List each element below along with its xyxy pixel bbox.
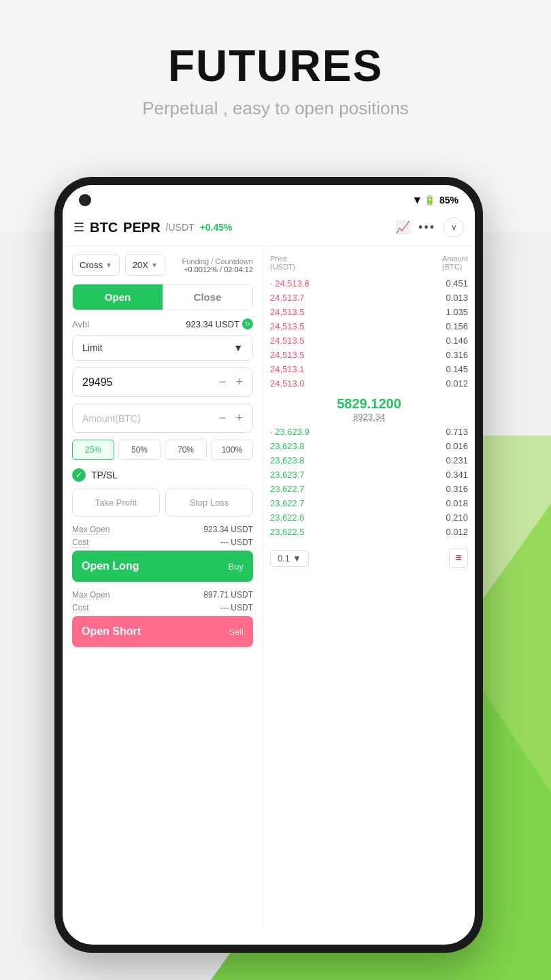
- limit-select[interactable]: Limit ▼: [72, 335, 253, 361]
- avbl-value: 923.34 USDT ↻: [186, 318, 253, 329]
- tpsl-label: TP/SL: [91, 470, 118, 480]
- bid-amount-1: 0.713: [446, 427, 468, 437]
- camera: [79, 194, 91, 206]
- more-icon[interactable]: •••: [418, 220, 435, 235]
- cost-short-value: --- USDT: [220, 603, 253, 613]
- ask-price-4: 24,513.5: [270, 321, 305, 331]
- bid-row-6: 23,622.7 0.018: [270, 496, 468, 510]
- bid-price-5: 23,622.7: [270, 484, 305, 494]
- page-header: FUTURES Perpetual , easy to open positio…: [0, 41, 551, 119]
- pct-25[interactable]: 25%: [72, 440, 114, 460]
- ask-price-3: 24,513.5: [270, 307, 305, 317]
- bid-amount-7: 0.210: [446, 512, 468, 523]
- phone-frame: ▾ 🔋 85% ☰ BTC PEPR /USDT +0.45% 📈 ••• ∨: [54, 177, 483, 953]
- ask-row-5: 24,513.5 0.146: [270, 333, 468, 348]
- bid-amount-8: 0.012: [446, 527, 468, 537]
- max-open-short-row: Max Open 897.71 USDT: [72, 590, 253, 600]
- status-bar: ▾ 🔋 85%: [63, 185, 475, 212]
- ob-header: Price(USDT) Amount(BTC): [270, 252, 468, 276]
- left-panel: Cross ▼ 20X ▼ Funding / Countdown +0.001…: [63, 246, 263, 924]
- open-short-button[interactable]: Open Short Sell: [72, 616, 253, 647]
- cross-label: Cross: [80, 260, 103, 270]
- bid-price-3: 23,623.8: [270, 455, 305, 466]
- price-change: +0.45%: [200, 222, 233, 233]
- price-decrease[interactable]: −: [219, 375, 227, 389]
- ask-amount-8: 0.012: [446, 378, 468, 389]
- cost-long-row: Cost --- USDT: [72, 538, 253, 548]
- max-open-short-label: Max Open: [72, 590, 110, 600]
- bid-amount-2: 0.016: [446, 441, 468, 451]
- ask-row-1: · 24,513.8 0.451: [270, 276, 468, 291]
- phone-inner: ▾ 🔋 85% ☰ BTC PEPR /USDT +0.45% 📈 ••• ∨: [63, 185, 475, 945]
- bid-row-2: 23,623.8 0.016: [270, 439, 468, 453]
- price-header: Price(USDT): [270, 255, 295, 271]
- amount-decrease[interactable]: −: [219, 411, 227, 425]
- chart-icon[interactable]: 📈: [395, 220, 410, 235]
- bid-price-4: 23,623.7: [270, 470, 305, 480]
- coin-name: BTC: [90, 220, 118, 235]
- pct-70[interactable]: 70%: [165, 440, 207, 460]
- pair-name: PEPR: [123, 220, 160, 235]
- bid-amount-6: 0.018: [446, 498, 468, 508]
- bid-row-8: 23,622.5 0.012: [270, 525, 468, 539]
- open-close-tabs: Open Close: [72, 284, 253, 310]
- bid-amount-4: 0.341: [446, 470, 468, 480]
- cost-short-row: Cost --- USDT: [72, 603, 253, 613]
- tab-close[interactable]: Close: [163, 284, 252, 310]
- amount-controls: − +: [219, 411, 243, 425]
- wifi-icon: ▾: [414, 193, 420, 206]
- tpsl-row: ✓ TP/SL: [72, 468, 253, 482]
- bid-row-4: 23,623.7 0.341: [270, 468, 468, 482]
- status-right: ▾ 🔋 85%: [414, 193, 458, 206]
- take-profit-button[interactable]: Take Profit: [72, 489, 160, 517]
- ask-amount-6: 0.316: [446, 350, 468, 360]
- funding-info: Funding / Countdown +0.0012% / 02:04:12: [182, 257, 253, 274]
- price-input-row: 29495 − +: [72, 368, 253, 397]
- ask-price-6: 24,513.5: [270, 350, 305, 360]
- cross-select[interactable]: Cross ▼: [72, 255, 120, 276]
- leverage-select[interactable]: 20X ▼: [125, 255, 165, 276]
- pct-50[interactable]: 50%: [118, 440, 161, 460]
- funding-value: +0.0012% / 02:04:12: [182, 265, 253, 274]
- amount-input-row[interactable]: Amount(BTC) − +: [72, 404, 253, 433]
- mid-price: 5829.1200 8923.34: [270, 391, 468, 425]
- tpsl-checkbox[interactable]: ✓: [72, 468, 86, 482]
- bid-row-5: 23,622.7 0.316: [270, 482, 468, 496]
- right-panel: Price(USDT) Amount(BTC) · 24,513.8 0.451…: [263, 246, 475, 924]
- pct-100[interactable]: 100%: [211, 440, 253, 460]
- bid-amount-3: 0.231: [446, 455, 468, 466]
- bid-row-7: 23,622.6 0.210: [270, 510, 468, 525]
- ask-price-1: · 24,513.8: [270, 278, 310, 289]
- stop-loss-button[interactable]: Stop Loss: [165, 489, 253, 517]
- settings-icon[interactable]: ≡: [449, 549, 468, 568]
- dropdown-button[interactable]: ∨: [444, 217, 464, 238]
- page-title: FUTURES: [0, 41, 551, 91]
- header-actions: 📈 ••• ∨: [395, 217, 464, 238]
- bid-row-3: 23,623.8 0.231: [270, 453, 468, 468]
- bid-price-1: · 23,623.9: [270, 427, 310, 437]
- menu-icon[interactable]: ☰: [73, 220, 84, 235]
- bid-price-7: 23,622.6: [270, 512, 305, 523]
- ask-amount-7: 0.145: [446, 364, 468, 374]
- leverage-arrow: ▼: [151, 261, 158, 269]
- battery-percentage: 85%: [439, 195, 458, 206]
- amount-increase[interactable]: +: [235, 411, 243, 425]
- ask-amount-2: 0.013: [446, 293, 468, 303]
- qty-select[interactable]: 0.1 ▼: [270, 550, 309, 567]
- limit-arrow: ▼: [233, 342, 243, 353]
- price-increase[interactable]: +: [235, 375, 243, 389]
- bids-list: · 23,623.9 0.713 23,623.8 0.016 23,623.8…: [270, 425, 468, 539]
- tab-open[interactable]: Open: [73, 284, 163, 310]
- price-controls: − +: [219, 375, 243, 389]
- cross-arrow: ▼: [105, 261, 112, 269]
- qty-arrow: ▼: [293, 553, 301, 564]
- funding-label: Funding / Countdown: [182, 257, 253, 265]
- buy-label: Buy: [229, 561, 244, 572]
- max-open-value: 923.34 USDT: [203, 525, 253, 535]
- bid-price-6: 23,622.7: [270, 498, 305, 508]
- open-long-button[interactable]: Open Long Buy: [72, 551, 253, 582]
- ask-amount-3: 1.035: [446, 307, 468, 317]
- avbl-amount: 923.34 USDT: [186, 319, 239, 329]
- refresh-icon[interactable]: ↻: [242, 318, 253, 329]
- main-content: Cross ▼ 20X ▼ Funding / Countdown +0.001…: [63, 246, 475, 924]
